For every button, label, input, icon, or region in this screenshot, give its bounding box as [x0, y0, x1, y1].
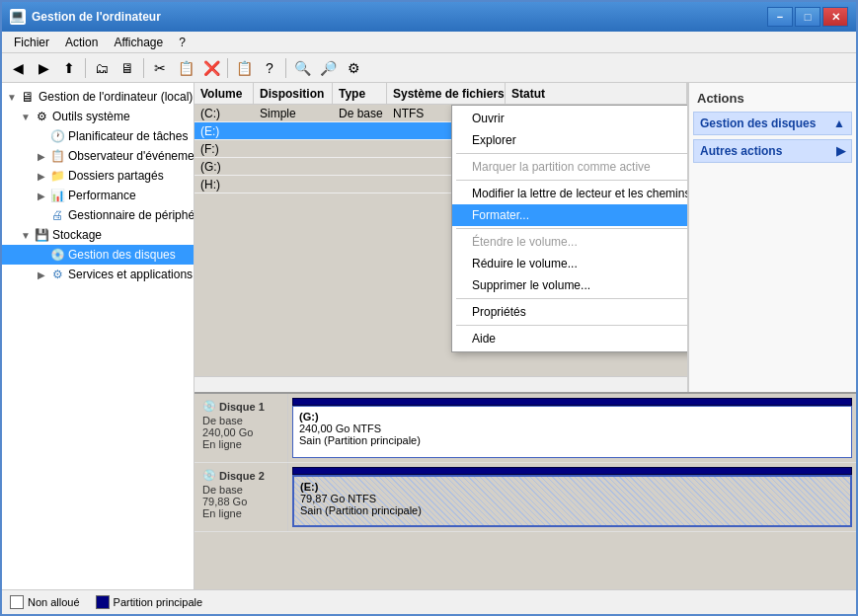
zoom-button[interactable]: 🔎: [316, 56, 340, 80]
menu-affichage[interactable]: Affichage: [106, 34, 171, 51]
back-button[interactable]: ◀: [6, 56, 30, 80]
partition-block-e[interactable]: (E:) 79,87 Go NTFS Sain (Partition princ…: [292, 467, 852, 527]
maximize-button[interactable]: □: [795, 7, 820, 27]
cell-type: De base: [333, 106, 387, 121]
cell-disposition: [254, 130, 333, 132]
ctx-proprietes[interactable]: Propriétés: [452, 301, 687, 323]
storage-icon: 💾: [34, 227, 49, 243]
service-icon: ⚙: [49, 267, 65, 282]
disk-icon: 💿: [49, 247, 65, 263]
ctx-supprimer[interactable]: Supprimer le volume...: [452, 274, 687, 296]
up-button[interactable]: ⬆: [57, 56, 81, 80]
col-volume[interactable]: Volume: [195, 83, 254, 104]
disk-2-type: De base: [202, 484, 279, 496]
window-icon: 💻: [10, 9, 26, 25]
tree-performance[interactable]: ▶ 📊 Performance: [2, 186, 194, 205]
disk-icon-2: 💿: [202, 469, 216, 482]
toolbar-sep-3: [227, 58, 228, 78]
menu-fichier[interactable]: Fichier: [6, 34, 57, 51]
title-bar: 💻 Gestion de l'ordinateur − □ ✕: [2, 2, 856, 32]
toolbar-sep-4: [285, 58, 286, 78]
tree-dossiers[interactable]: ▶ 📁 Dossiers partagés: [2, 166, 194, 186]
minimize-button[interactable]: −: [767, 7, 793, 27]
ctx-reduire[interactable]: Réduire le volume...: [452, 253, 687, 274]
tree-observateur[interactable]: ▶ 📋 Observateur d'événeme...: [2, 146, 194, 166]
ctx-sep-5: [456, 325, 687, 326]
col-filesystem[interactable]: Système de fichiers: [387, 83, 506, 104]
disk-1-type: De base: [202, 415, 279, 426]
services-label: Services et applications: [68, 268, 193, 281]
actions-disques-label: Gestion des disques: [700, 116, 816, 130]
tree-stockage[interactable]: ▼ 💾 Stockage: [2, 225, 194, 245]
cell-type: [333, 148, 387, 150]
cut-button[interactable]: ✂: [148, 56, 172, 80]
legend-partition-principale: Partition principale: [96, 595, 203, 609]
partition-e-status: Sain (Partition principale): [300, 504, 844, 516]
observateur-label: Observateur d'événeme...: [68, 149, 195, 163]
tree-root[interactable]: ▼ 🖥 Gestion de l'ordinateur (local): [2, 87, 194, 107]
actions-section-autres: Autres actions ▶: [693, 139, 852, 163]
legend-box-partition: [96, 595, 110, 609]
ctx-sep-4: [456, 298, 687, 299]
actions-section-autres-header[interactable]: Autres actions ▶: [694, 140, 851, 162]
cell-volume: (C:): [195, 106, 254, 121]
legend-box-non-alloue: [10, 595, 24, 609]
col-type[interactable]: Type: [333, 83, 387, 104]
copy-button[interactable]: 📋: [174, 56, 197, 80]
cell-type: [333, 166, 387, 168]
actions-section-disques-header[interactable]: Gestion des disques ▲: [694, 113, 851, 134]
show-hide-button[interactable]: 🗂: [90, 56, 114, 80]
cell-volume: (F:): [195, 141, 254, 157]
help-button[interactable]: ?: [258, 56, 281, 80]
partition-body-e: (E:) 79,87 Go NTFS Sain (Partition princ…: [292, 475, 852, 527]
actions-title: Actions: [693, 87, 852, 112]
partition-block-g[interactable]: (G:) 240,00 Go NTFS Sain (Partition prin…: [292, 398, 852, 458]
expand-icon-stock: ▼: [18, 230, 34, 241]
properties-button[interactable]: 📋: [232, 56, 256, 80]
menu-action[interactable]: Action: [57, 34, 106, 51]
ctx-sep-1: [456, 153, 687, 154]
upper-content: Volume Disposition Type Système de fichi…: [195, 83, 856, 392]
actions-autres-label: Autres actions: [700, 144, 782, 158]
expand-icon-obs: ▶: [34, 151, 49, 162]
cell-volume: (H:): [195, 177, 254, 192]
device-icon: 🖨: [49, 207, 65, 223]
disk-1-name: 💿 Disque 1: [202, 400, 279, 413]
delete-button[interactable]: ❌: [199, 56, 223, 80]
disk-panel: 💿 Disque 1 De base 240,00 Go En ligne: [195, 392, 856, 589]
partition-header-e: [292, 467, 852, 475]
col-statut[interactable]: Statut: [506, 83, 687, 104]
tree-gestion-disques[interactable]: 💿 Gestion des disques: [2, 245, 194, 265]
gestionnaire-label: Gestionnaire de périphé...: [68, 208, 195, 222]
tree-gestionnaire[interactable]: 🖨 Gestionnaire de périphé...: [2, 205, 194, 225]
disk-2-status: En ligne: [202, 507, 279, 519]
forward-button[interactable]: ▶: [32, 56, 55, 80]
ctx-etendre: Étendre le volume...: [452, 231, 687, 253]
legend-partition-label: Partition principale: [114, 596, 203, 608]
ctx-ouvrir[interactable]: Ouvrir: [452, 108, 687, 129]
table-scroll-area[interactable]: (C:) Simple De base NTFS Sain (Système, …: [195, 105, 687, 376]
window-title: Gestion de l'ordinateur: [32, 10, 161, 24]
tree-planificateur[interactable]: 🕐 Planificateur de tâches: [2, 126, 194, 146]
disk-2-name: 💿 Disque 2: [202, 469, 279, 482]
tree-services[interactable]: ▶ ⚙ Services et applications: [2, 265, 194, 284]
expand-icon-perf: ▶: [34, 191, 49, 201]
computer-button[interactable]: 🖥: [116, 56, 139, 80]
settings-button[interactable]: ⚙: [342, 56, 365, 80]
ctx-modifier-lettre[interactable]: Modifier la lettre de lecteur et les che…: [452, 183, 687, 204]
toolbar-sep-2: [143, 58, 144, 78]
menu-help[interactable]: ?: [171, 34, 194, 51]
table-hscroll[interactable]: [195, 376, 687, 392]
disk-row-2: 💿 Disque 2 De base 79,88 Go En ligne: [195, 463, 856, 532]
disk-icon-1: 💿: [202, 400, 216, 413]
disk-1-info: 💿 Disque 1 De base 240,00 Go En ligne: [195, 394, 288, 462]
col-disposition[interactable]: Disposition: [254, 83, 333, 104]
search-button[interactable]: 🔍: [290, 56, 314, 80]
ctx-aide[interactable]: Aide: [452, 328, 687, 349]
tree-panel: ▼ 🖥 Gestion de l'ordinateur (local) ▼ ⚙ …: [2, 83, 195, 589]
expand-icon-dos: ▶: [34, 171, 49, 182]
ctx-formater[interactable]: Formater...: [452, 204, 687, 226]
close-button[interactable]: ✕: [822, 7, 848, 27]
ctx-explorer[interactable]: Explorer: [452, 129, 687, 151]
tree-outils-systeme[interactable]: ▼ ⚙ Outils système: [2, 107, 194, 126]
